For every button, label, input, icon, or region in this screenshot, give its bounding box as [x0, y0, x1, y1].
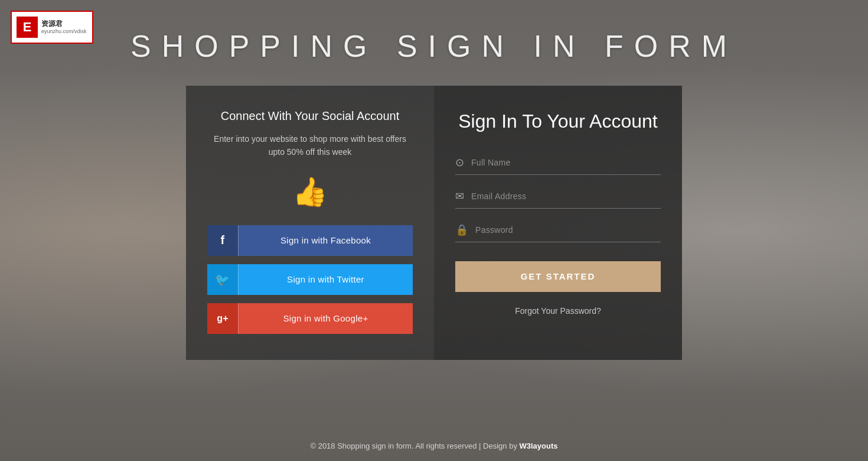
footer-text: © 2018 Shopping sign in form. All rights… — [310, 441, 519, 450]
twitter-label: Sign in with Twitter — [239, 274, 413, 284]
forgot-password-link[interactable]: Forgot Your Password? — [515, 306, 601, 316]
facebook-signin-button[interactable]: f Sign in with Facebook — [207, 225, 413, 256]
facebook-label: Sign in with Facebook — [239, 235, 413, 245]
lock-icon: 🔒 — [455, 223, 468, 236]
facebook-icon: f — [207, 225, 238, 256]
social-panel: Connect With Your Social Account Enter i… — [186, 86, 434, 360]
fullname-input-group: ⊙ — [455, 153, 661, 175]
email-icon: ✉ — [455, 190, 464, 203]
footer: © 2018 Shopping sign in form. All rights… — [0, 441, 868, 450]
panels-container: Connect With Your Social Account Enter i… — [186, 86, 682, 360]
logo-main: 资源君 — [41, 20, 87, 28]
email-input-group: ✉ — [455, 187, 661, 209]
user-icon: ⊙ — [455, 156, 464, 169]
google-signin-button[interactable]: g+ Sign in with Google+ — [207, 303, 413, 334]
google-label: Sign in with Google+ — [239, 313, 413, 323]
google-icon: g+ — [207, 303, 238, 334]
get-started-button[interactable]: GET STARTED — [455, 261, 661, 292]
password-input-group: 🔒 — [455, 220, 661, 242]
thumbs-icon: 👍 — [292, 176, 328, 209]
social-panel-desc: Enter into your website to shop more wit… — [207, 132, 413, 159]
page-title: SHOPPING SIGN IN FORM — [0, 28, 868, 64]
email-input[interactable] — [471, 187, 661, 206]
logo-text: 资源君 eyunzhu.com/vdisk — [41, 20, 87, 34]
footer-highlight: W3layouts — [520, 441, 558, 450]
fullname-input[interactable] — [471, 153, 661, 172]
logo-sub: eyunzhu.com/vdisk — [41, 28, 87, 35]
logo: E 资源君 eyunzhu.com/vdisk — [11, 11, 93, 44]
signin-panel-title: Sign In To Your Account — [458, 109, 657, 134]
social-panel-title: Connect With Your Social Account — [221, 109, 399, 123]
twitter-signin-button[interactable]: 🐦 Sign in with Twitter — [207, 264, 413, 295]
logo-letter: E — [17, 17, 38, 38]
twitter-icon: 🐦 — [207, 264, 238, 295]
password-input[interactable] — [475, 220, 661, 239]
signin-panel: Sign In To Your Account ⊙ ✉ 🔒 GET STARTE… — [434, 86, 682, 360]
